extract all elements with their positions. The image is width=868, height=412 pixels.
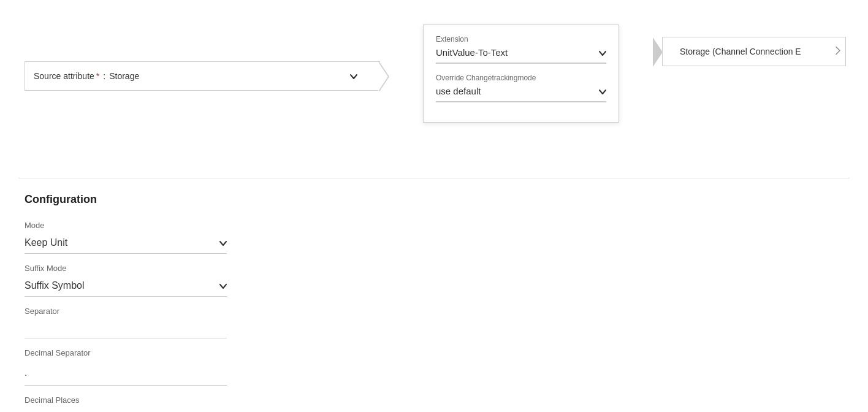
separator-input-row: [25, 318, 227, 338]
mode-field-group: Mode Keep Unit: [25, 221, 843, 254]
override-select-wrapper: use default: [436, 86, 606, 102]
source-attribute-select[interactable]: Source attribute * : Storage: [25, 61, 380, 91]
mode-select[interactable]: Keep Unit: [25, 232, 227, 254]
decimal-places-label: Decimal Places: [25, 395, 843, 405]
decimal-separator-label: Decimal Separator: [25, 348, 843, 357]
separator-label: Separator: [25, 307, 843, 316]
decimal-separator-input-row: .: [25, 360, 227, 386]
mode-chevron-icon: [219, 238, 227, 248]
extension-select-wrapper: UnitValue-To-Text: [436, 47, 606, 64]
section-divider: [18, 178, 850, 178]
source-attribute-inner: Source attribute * : Storage: [34, 71, 139, 81]
source-attribute-label: Source attribute: [34, 71, 94, 81]
extension-label: Extension: [436, 35, 606, 44]
override-value: use default: [436, 86, 481, 96]
override-label: Override Changetrackingmode: [436, 74, 606, 82]
config-title: Configuration: [25, 193, 843, 206]
suffix-mode-value: Suffix Symbol: [25, 280, 85, 291]
colon: :: [103, 71, 105, 81]
page-wrapper: Source attribute * : Storage Extension U…: [0, 0, 868, 412]
top-row: Source attribute * : Storage Extension U…: [18, 37, 850, 159]
override-chevron-icon: [599, 86, 606, 96]
destination-container: Storage (Channel Connection E: [662, 37, 846, 66]
destination-chevron-icon: [836, 47, 840, 57]
extension-value: UnitValue-To-Text: [436, 47, 508, 58]
separator-input[interactable]: [25, 323, 227, 333]
destination-select[interactable]: Storage (Channel Connection E: [662, 37, 846, 66]
suffix-mode-select[interactable]: Suffix Symbol: [25, 275, 227, 297]
source-container: Source attribute * : Storage: [25, 61, 380, 91]
separator-field-group: Separator: [25, 307, 843, 338]
destination-value: Storage (Channel Connection E: [680, 47, 801, 56]
mode-value: Keep Unit: [25, 237, 67, 248]
decimal-separator-field-group: Decimal Separator .: [25, 348, 843, 386]
source-attribute-chevron-icon: [350, 71, 357, 81]
suffix-mode-chevron-icon: [219, 281, 227, 291]
decimal-separator-value: .: [25, 365, 227, 380]
required-star: *: [96, 71, 99, 81]
suffix-mode-field-group: Suffix Mode Suffix Symbol: [25, 264, 843, 297]
extension-select[interactable]: UnitValue-To-Text: [436, 47, 606, 64]
mode-label: Mode: [25, 221, 843, 230]
decimal-places-input-row: 2: [25, 407, 227, 412]
source-attribute-value: Storage: [109, 71, 139, 81]
extension-card: Extension UnitValue-To-Text Override Cha…: [423, 25, 619, 123]
override-select[interactable]: use default: [436, 86, 606, 102]
extension-chevron-icon: [599, 48, 606, 58]
decimal-places-field-group: Decimal Places 2: [25, 395, 843, 412]
suffix-mode-label: Suffix Mode: [25, 264, 843, 273]
config-section: Configuration Mode Keep Unit Suffix Mode…: [18, 193, 850, 412]
